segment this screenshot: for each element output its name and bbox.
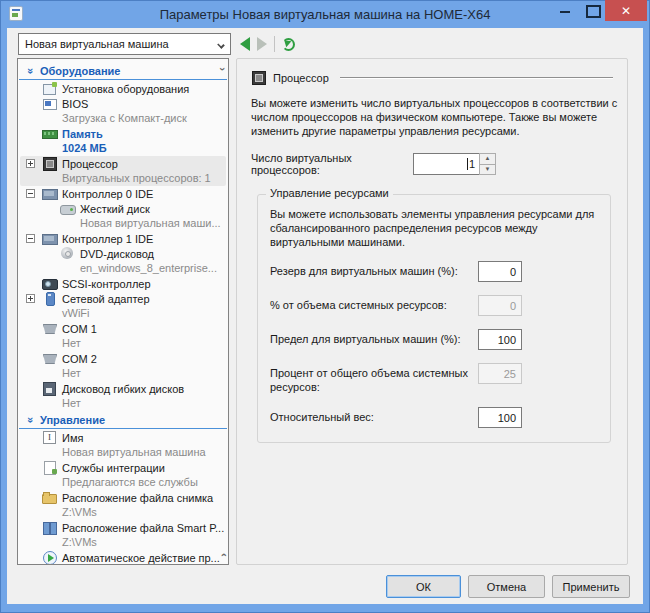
sidebar-item-subtext: Виртуальных процессоров: 1 [20,171,226,186]
scsi-icon [42,277,57,290]
sidebar-item-label: Дисковод гибких дисков [62,383,184,395]
vm-selector-dropdown[interactable]: Новая виртуальная машина [18,33,231,55]
sidebar-item-name[interactable]: ИмяНовая виртуальная машина [20,430,226,460]
toolbar-separator [274,36,275,52]
panel-intro-text: Вы можете изменить число виртуальных про… [251,96,623,138]
cancel-button[interactable]: Отмена [468,575,545,598]
sidebar-item-scsi-controller[interactable]: SCSI-контроллер [20,276,226,291]
field-input-limit-percent-total: 25 [478,363,522,384]
sidebar-item-label: COM 2 [62,353,97,365]
cpu-count-value[interactable]: 1 [413,153,479,175]
controller-icon [42,232,57,245]
section-label: Управление [40,414,105,426]
apply-button[interactable]: Применить [552,575,630,598]
sidebar-item-auto-action[interactable]: Автоматическое действие пр...Перезапусти… [20,550,226,565]
app-icon [9,6,23,21]
sidebar-item-integration-services[interactable]: Службы интеграцииПредлагаются все службы [20,460,226,490]
refresh-icon[interactable] [282,38,295,51]
sidebar-item-subtext: en_windows_8_enterprise... [20,261,226,276]
sidebar-item-add-hardware[interactable]: Установка оборудования [20,81,226,96]
cpu-count-label: Число виртуальных процессоров: [251,152,401,176]
sidebar-item-subtext: Новая виртуальная машина [20,445,226,460]
sidebar-item-label: Сетевой адаптер [62,293,150,305]
hardware-list[interactable]: › › »ОборудованиеУстановка оборудованияB… [17,58,229,565]
field-input-limit[interactable]: 100 [478,329,522,350]
expand-toggle[interactable] [26,159,35,168]
cpu-count-stepper[interactable]: 1 ▲ ▼ [413,153,496,175]
sidebar-item-label: Процессор [62,158,118,170]
sidebar-item-label: Автоматическое действие пр... [62,552,220,564]
processor-icon [251,71,266,84]
resource-control-group: Управление ресурсами Вы можете использов… [257,194,611,443]
com-icon [42,352,57,365]
sidebar-item-bios[interactable]: BIOSЗагрузка с Компакт-диск [20,96,226,126]
expand-toggle[interactable] [26,294,35,303]
sidebar-item-ide-controller-0[interactable]: Контроллер 0 IDE [20,186,226,201]
sidebar-item-label: DVD-дисковод [80,248,154,260]
sidebar-item-network-adapter[interactable]: Сетевой адаптерvWiFi [20,291,226,321]
sidebar-item-label: Контроллер 0 IDE [62,188,153,200]
sidebar-item-memory[interactable]: Память1024 МБ [20,126,226,156]
scroll-down-button[interactable]: › [221,550,225,560]
group-title: Управление ресурсами [266,187,393,199]
navigation-toolbar [240,33,295,55]
sidebar-section-management[interactable]: »Управление [19,412,227,429]
chevron-down-icon [217,41,225,49]
forward-button-icon [257,37,267,51]
field-input-reserve-percent-total: 0 [478,295,522,316]
sidebar-item-label: Контроллер 1 IDE [62,233,153,245]
floppy-icon [42,382,57,395]
sidebar-item-subtext: Нет [20,366,226,381]
sidebar-item-dvd-drive[interactable]: DVD-дисководen_windows_8_enterprise... [20,246,226,276]
snapshot-icon [42,491,57,504]
sidebar-item-subtext: 1024 МБ [20,141,226,156]
collapse-toggle[interactable] [26,234,35,243]
field-label-relative-weight: Относительный вес: [270,407,470,424]
back-button-icon[interactable] [240,37,250,51]
collapse-chevron-icon: » [25,66,37,77]
sidebar-item-subtext: Загрузка с Компакт-диск [20,111,226,126]
group-description: Вы можете использовать элементы управлен… [270,207,600,249]
scroll-up-button[interactable]: › [221,64,225,74]
sidebar-item-label: Установка оборудования [62,83,189,95]
sidebar-item-floppy[interactable]: Дисковод гибких дисковНет [20,381,226,411]
sidebar-section-hardware[interactable]: »Оборудование [19,63,227,80]
name-icon [42,431,57,444]
collapse-toggle[interactable] [26,189,35,198]
sidebar-item-ide-controller-1[interactable]: Контроллер 1 IDE [20,231,226,246]
sidebar-item-label: Имя [62,432,83,444]
sidebar-item-label: Службы интеграции [62,462,165,474]
smart-paging-icon [42,521,57,534]
sidebar-item-subtext: vWiFi [20,306,226,321]
hard-disk-icon [60,202,75,215]
spin-down-button[interactable]: ▼ [480,165,495,175]
field-row-reserve-percent-total: % от объема системных ресурсов:0 [270,295,598,316]
sidebar-item-label: Жесткий диск [80,203,150,215]
field-input-relative-weight[interactable]: 100 [478,407,522,428]
field-input-reserve[interactable]: 0 [478,261,522,282]
sidebar-item-processor[interactable]: ПроцессорВиртуальных процессоров: 1 [20,156,226,186]
ok-button[interactable]: ОК [386,575,461,598]
sidebar-item-label: SCSI-контроллер [62,278,151,290]
field-row-limit: Предел для виртуальных машин (%):100 [270,329,598,350]
spin-up-button[interactable]: ▲ [480,154,495,165]
minimize-button[interactable] [553,0,579,20]
close-button[interactable]: ✕ [605,0,647,21]
sidebar-item-com1[interactable]: COM 1Нет [20,321,226,351]
text-caret [467,158,468,170]
processor-icon [42,157,57,170]
field-label-reserve: Резерв для виртуальных машин (%): [270,261,470,278]
collapse-chevron-icon: » [25,415,37,426]
sidebar-item-hard-disk[interactable]: Жесткий дискНовая виртуальная маши... [20,201,226,231]
maximize-button[interactable] [579,0,605,20]
sidebar-item-subtext: Новая виртуальная маши... [20,216,226,231]
sidebar-item-snapshot-location[interactable]: Расположение файла снимкаZ:\VMs [20,490,226,520]
network-icon [42,292,57,305]
sidebar-item-smart-paging-location[interactable]: Расположение файла Smart P...Z:\VMs [20,520,226,550]
dialog-footer: ОК Отмена Применить [386,575,630,598]
field-row-relative-weight: Относительный вес:100 [270,407,598,428]
integration-icon [42,461,57,474]
dvd-icon [60,247,75,260]
dialog-body: Новая виртуальная машина › › »Оборудован… [7,28,643,604]
sidebar-item-com2[interactable]: COM 2Нет [20,351,226,381]
